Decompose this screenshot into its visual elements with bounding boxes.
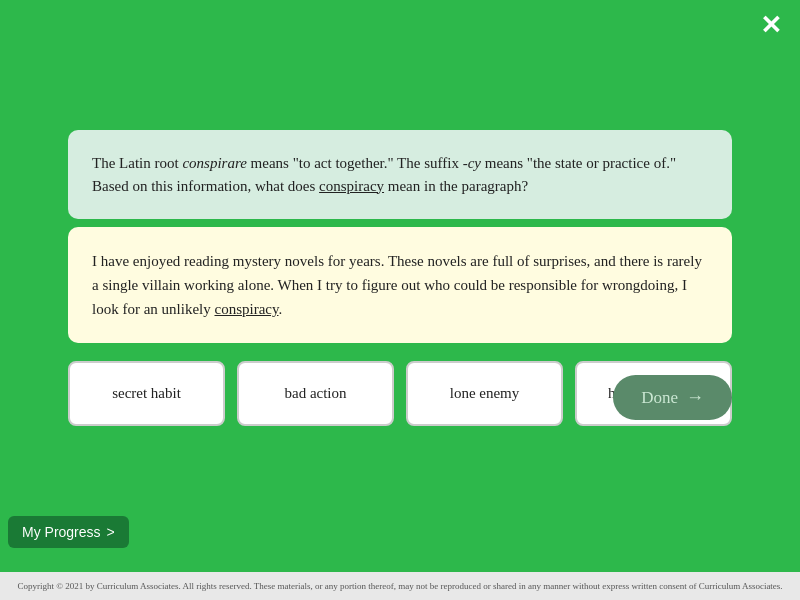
my-progress-label: My Progress [22, 524, 101, 540]
passage-underlined: conspiracy [214, 301, 278, 317]
done-label: Done [641, 388, 678, 408]
question-italic2: -cy [463, 155, 481, 171]
footer-text: Copyright © 2021 by Curriculum Associate… [17, 581, 782, 591]
answer-lone-enemy[interactable]: lone enemy [406, 361, 563, 426]
question-text-end: mean in the paragraph? [384, 178, 528, 194]
done-arrow-icon: → [686, 387, 704, 408]
answer-secret-habit[interactable]: secret habit [68, 361, 225, 426]
question-text-mid1: means "to act together." The suffix [247, 155, 463, 171]
question-text-prefix: The Latin root [92, 155, 182, 171]
footer: Copyright © 2021 by Curriculum Associate… [0, 572, 800, 600]
question-box: The Latin root conspirare means "to act … [68, 130, 732, 219]
passage-box: I have enjoyed reading mystery novels fo… [68, 227, 732, 343]
question-underlined: conspiracy [319, 178, 384, 194]
question-italic1: conspirare [182, 155, 246, 171]
done-button[interactable]: Done → [613, 375, 732, 420]
chevron-right-icon: > [107, 524, 115, 540]
passage-text-end: . [278, 301, 282, 317]
close-button[interactable]: ✕ [760, 12, 782, 38]
answer-bad-action[interactable]: bad action [237, 361, 394, 426]
my-progress-button[interactable]: My Progress > [8, 516, 129, 548]
passage-text: I have enjoyed reading mystery novels fo… [92, 253, 702, 317]
